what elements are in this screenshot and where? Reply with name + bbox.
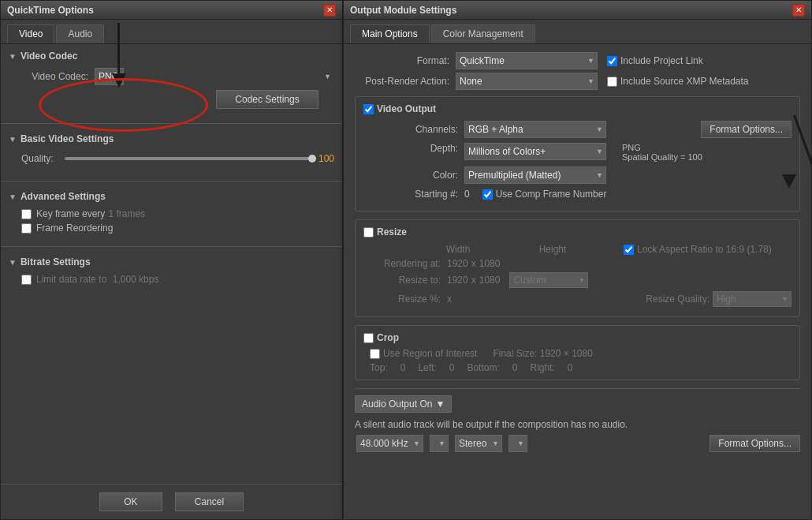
width-col-header: Width xyxy=(434,244,482,255)
keyframe-label: Key frame every xyxy=(36,208,105,219)
channels-select-wrapper: RGB + Alpha xyxy=(464,121,606,138)
limit-rate-hint: 1,000 kbps xyxy=(113,274,159,285)
channels-select[interactable]: RGB + Alpha xyxy=(464,121,606,138)
oms-close-button[interactable]: ✕ xyxy=(792,4,805,17)
use-comp-frame-label: Use Comp Frame Number xyxy=(496,189,607,200)
depth-select[interactable]: Millions of Colors+ xyxy=(464,143,606,160)
resize-to-row: Resize to: 1920 x 1080 Custom xyxy=(363,272,792,288)
quality-select[interactable]: High xyxy=(713,291,792,307)
audio-output-label: Audio Output On xyxy=(362,398,432,410)
channels-row: Channels: RGB + Alpha Format Options... xyxy=(363,121,792,138)
resize-title: Resize xyxy=(377,226,407,238)
crop-title: Crop xyxy=(377,332,399,343)
codec-settings-button[interactable]: Codec Settings xyxy=(216,90,318,109)
freq-select[interactable]: 48.000 kHz xyxy=(356,435,423,452)
height-col-header: Height xyxy=(529,244,576,255)
output-module-dialog: Output Module Settings ✕ Main Options Co… xyxy=(343,0,812,520)
include-project-link-checkbox[interactable] xyxy=(607,56,617,66)
basic-video-section: ▼ Basic Video Settings Quality: 100 xyxy=(1,127,342,178)
left-label: Left: xyxy=(418,362,436,373)
video-output-checkbox[interactable] xyxy=(363,104,374,114)
channel-select[interactable]: Stereo xyxy=(455,435,502,452)
color-select[interactable]: Premultiplied (Matted) xyxy=(464,166,606,184)
rendering-at-label: Rendering at: xyxy=(370,258,441,269)
quality-label: Quality: xyxy=(21,153,65,164)
audio-note: A silent audio track will be output if t… xyxy=(355,419,628,430)
quality-slider[interactable] xyxy=(65,151,312,166)
include-xmp-checkbox[interactable] xyxy=(607,77,617,87)
post-render-select[interactable]: None xyxy=(456,73,598,90)
audio-settings-row: 48.000 kHz Stereo xyxy=(355,435,800,452)
rendering-x: x xyxy=(471,258,476,269)
spatial-note: Spatial Quality = 100 xyxy=(622,152,702,162)
use-roi-label: Use Region of Interest xyxy=(383,348,477,359)
oms-content: Format: QuickTime Include Project Link P… xyxy=(344,44,811,499)
post-render-row: Post-Render Action: None Include Source … xyxy=(355,73,800,90)
video-codec-title: Video Codec xyxy=(20,51,77,62)
tab-color-management[interactable]: Color Management xyxy=(431,24,535,43)
slider-thumb[interactable] xyxy=(308,155,316,163)
use-roi-checkbox[interactable] xyxy=(370,349,380,359)
video-output-title: Video Output xyxy=(377,103,436,114)
keyframe-checkbox[interactable] xyxy=(21,209,32,219)
qt-title: QuickTime Options xyxy=(7,5,94,16)
codec-select[interactable]: PNG xyxy=(95,68,124,85)
resize-to-w: 1920 xyxy=(447,275,468,286)
depth-row: Depth: Millions of Colors+ PNG Spatial Q… xyxy=(363,143,792,162)
channel-extra-select[interactable] xyxy=(508,435,527,452)
tab-audio[interactable]: Audio xyxy=(56,24,104,43)
sep1 xyxy=(1,123,342,124)
ok-button[interactable]: OK xyxy=(99,492,162,511)
use-comp-frame-checkbox[interactable] xyxy=(482,189,493,200)
resize-pct-row: Resize %: x Resize Quality: High xyxy=(363,291,792,307)
qt-tabs: Video Audio xyxy=(1,20,342,44)
audio-extra-select[interactable] xyxy=(430,435,449,452)
cancel-button[interactable]: Cancel xyxy=(175,492,244,511)
starting-label: Starting #: xyxy=(363,189,458,200)
limit-rate-label: Limit data rate to 1,000 kbps xyxy=(36,274,158,285)
resize-checkbox[interactable] xyxy=(363,227,374,238)
right-value: 0 xyxy=(568,362,573,373)
audio-dropdown-icon: ▼ xyxy=(435,398,445,410)
limit-rate-checkbox[interactable] xyxy=(21,275,32,285)
resize-section: Resize Width Height Lock Aspect Ratio to… xyxy=(355,219,800,317)
slider-track xyxy=(65,157,312,160)
resize-to-select[interactable]: Custom xyxy=(509,272,588,288)
starting-row: Starting #: 0 Use Comp Frame Number xyxy=(363,189,792,200)
crop-checkbox[interactable] xyxy=(363,333,374,343)
frame-reorder-checkbox[interactable] xyxy=(21,223,32,234)
video-codec-section: ▼ Video Codec Video Codec: PNG Codec Set… xyxy=(1,44,342,120)
channel-extra-wrapper xyxy=(508,435,527,452)
sep3 xyxy=(1,246,342,247)
depth-label: Depth: xyxy=(363,143,458,154)
png-info-block: PNG Spatial Quality = 100 xyxy=(616,143,702,162)
triangle-icon: ▼ xyxy=(9,52,17,61)
format-options-button[interactable]: Format Options... xyxy=(701,121,792,138)
resize-to-x: x xyxy=(471,275,476,286)
sep2 xyxy=(1,181,342,181)
bottom-label: Bottom: xyxy=(467,362,499,373)
audio-output-button[interactable]: Audio Output On ▼ xyxy=(355,395,452,413)
keyframe-row: Key frame every 1 frames xyxy=(9,208,334,219)
triangle3-icon: ▼ xyxy=(9,193,17,201)
audio-format-options-button[interactable]: Format Options... xyxy=(710,435,800,452)
channels-label: Channels: xyxy=(363,124,458,135)
post-render-select-wrapper: None xyxy=(456,73,598,90)
format-select[interactable]: QuickTime xyxy=(456,52,598,69)
tab-video[interactable]: Video xyxy=(7,24,54,43)
starting-value: 0 xyxy=(464,189,470,200)
qt-close-button[interactable]: ✕ xyxy=(323,4,336,17)
left-value: 0 xyxy=(449,362,455,373)
channel-select-wrapper: Stereo xyxy=(455,435,502,452)
lock-aspect-checkbox[interactable] xyxy=(624,245,634,255)
advanced-settings-section: ▼ Advanced Settings Key frame every 1 fr… xyxy=(1,185,342,243)
codec-field-row: Video Codec: PNG xyxy=(9,68,334,85)
tab-main-options[interactable]: Main Options xyxy=(350,24,430,43)
lock-aspect-label: Lock Aspect Ratio to 16:9 (1.78) xyxy=(637,244,772,255)
oms-tabs: Main Options Color Management xyxy=(344,20,811,44)
crop-coords: Top: 0 Left: 0 Bottom: 0 Right: 0 xyxy=(363,362,792,373)
frame-reorder-label: Frame Reordering xyxy=(36,223,113,234)
final-size-label: Final Size: 1920 × 1080 xyxy=(493,348,592,359)
depth-select-wrapper: Millions of Colors+ xyxy=(464,143,606,160)
resize-pct-label: Resize %: xyxy=(370,294,441,305)
